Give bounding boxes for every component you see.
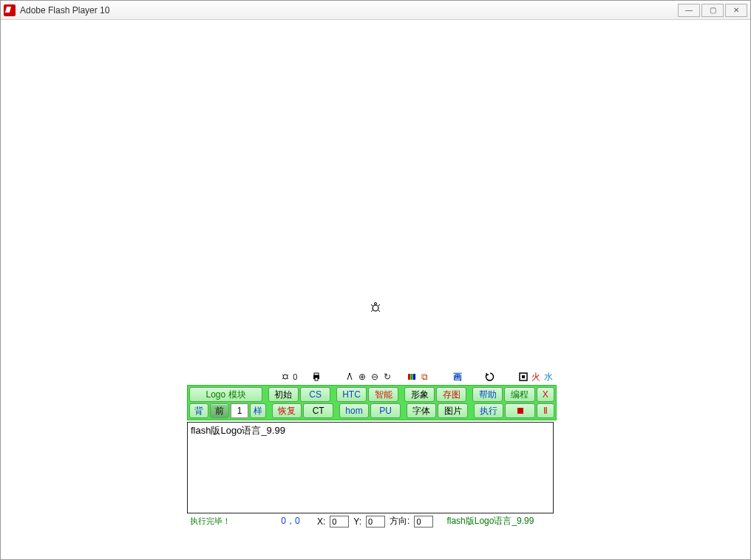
draw-icon[interactable]: 画 xyxy=(452,371,462,383)
svg-rect-17 xyxy=(413,374,415,380)
turtle-count-value: 0 xyxy=(293,372,297,381)
pause-button[interactable]: Ⅱ xyxy=(537,403,554,418)
save-img-button[interactable]: 存图 xyxy=(436,387,466,402)
svg-line-2 xyxy=(371,304,373,306)
dir-input[interactable] xyxy=(414,516,433,527)
code-content: flash版Logo语言_9.99 xyxy=(191,425,285,436)
svg-point-14 xyxy=(349,373,350,375)
init-button[interactable]: 初始 xyxy=(268,387,299,402)
svg-point-1 xyxy=(375,303,377,305)
code-textarea[interactable]: flash版Logo语言_9.99 xyxy=(187,422,554,513)
program-button[interactable]: 编程 xyxy=(504,387,534,402)
window-controls: — ▢ ✕ xyxy=(676,4,747,17)
refresh-icon[interactable] xyxy=(485,371,495,383)
svg-line-7 xyxy=(282,375,284,376)
record-button[interactable] xyxy=(505,403,535,418)
svg-line-9 xyxy=(282,378,284,379)
canvas-area: 0 ⊕ ⊖ ↻ ⧉ 画 xyxy=(1,20,750,559)
restore-button[interactable]: 恢复 xyxy=(272,403,302,418)
sample-button[interactable]: 样 xyxy=(250,403,266,418)
x-button[interactable]: X xyxy=(537,387,554,402)
svg-rect-13 xyxy=(315,378,318,380)
help-button[interactable]: 帮助 xyxy=(472,387,503,402)
hom-button[interactable]: hom xyxy=(339,403,370,418)
pu-button[interactable]: PU xyxy=(370,403,401,418)
smart-button[interactable]: 智能 xyxy=(368,387,398,402)
svg-point-6 xyxy=(283,375,288,379)
shape-button[interactable]: 形象 xyxy=(404,387,435,402)
ct-button[interactable]: CT xyxy=(303,403,333,418)
maximize-button[interactable]: ▢ xyxy=(701,4,724,17)
button-rows: Logo 模块 初始 CS HTC 智能 形象 存图 帮助 编程 X xyxy=(187,385,557,420)
svg-point-0 xyxy=(373,305,378,311)
svg-line-8 xyxy=(287,375,288,376)
cs-button[interactable]: CS xyxy=(300,387,330,402)
record-icon xyxy=(517,408,523,414)
logo-module-button[interactable]: Logo 模块 xyxy=(189,387,262,402)
svg-rect-16 xyxy=(411,374,413,380)
coord-display: 0，0 xyxy=(268,515,313,527)
image-button[interactable]: 图片 xyxy=(438,403,468,418)
svg-rect-12 xyxy=(314,373,319,375)
icon-toolbar: 0 ⊕ ⊖ ↻ ⧉ 画 xyxy=(187,370,557,385)
turtle-cursor-icon xyxy=(369,301,382,318)
close-button[interactable]: ✕ xyxy=(725,4,747,17)
compass-icon[interactable] xyxy=(344,371,354,383)
control-panel: 0 ⊕ ⊖ ↻ ⧉ 画 xyxy=(187,370,557,529)
htc-button[interactable]: HTC xyxy=(336,387,367,402)
back-button[interactable]: 背 xyxy=(189,403,208,418)
titlebar: Adobe Flash Player 10 — ▢ ✕ xyxy=(1,1,750,20)
execute-button[interactable]: 执行 xyxy=(474,403,504,418)
font-button[interactable]: 字体 xyxy=(407,403,437,418)
dir-label: 方向: xyxy=(390,515,410,527)
x-input[interactable] xyxy=(330,516,349,527)
svg-rect-19 xyxy=(522,375,525,378)
plus-icon[interactable]: ⊕ xyxy=(357,371,367,383)
window-title: Adobe Flash Player 10 xyxy=(20,5,676,16)
fire-icon[interactable]: 火 xyxy=(531,371,541,383)
water-icon[interactable]: 水 xyxy=(544,371,554,383)
svg-line-10 xyxy=(287,378,288,379)
front-button[interactable]: 前 xyxy=(210,403,229,418)
rotate-icon[interactable]: ↻ xyxy=(383,371,393,383)
svg-line-3 xyxy=(378,304,380,306)
svg-rect-15 xyxy=(408,374,410,380)
color-bars-icon[interactable] xyxy=(407,371,417,383)
svg-line-5 xyxy=(378,310,380,312)
status-bar: 执行完毕！ 0，0 X: Y: 方向: flash版Logo语言_9.99 xyxy=(187,513,557,529)
copy-icon[interactable]: ⧉ xyxy=(420,371,429,383)
version-label: flash版Logo语言_9.99 xyxy=(446,515,534,527)
stop-icon[interactable] xyxy=(518,371,528,383)
flash-icon xyxy=(4,4,16,16)
y-label: Y: xyxy=(353,516,361,527)
minimize-button[interactable]: — xyxy=(678,4,700,17)
minus-icon[interactable]: ⊖ xyxy=(370,371,380,383)
svg-line-4 xyxy=(371,310,373,312)
window-frame: Adobe Flash Player 10 — ▢ ✕ 0 xyxy=(0,0,751,560)
number-input[interactable]: 1 xyxy=(231,403,248,418)
y-input[interactable] xyxy=(366,516,385,527)
turtle-count-icon[interactable] xyxy=(280,371,290,383)
exec-status: 执行完毕！ xyxy=(190,516,264,527)
print-icon[interactable] xyxy=(312,371,322,383)
x-label: X: xyxy=(317,516,325,527)
